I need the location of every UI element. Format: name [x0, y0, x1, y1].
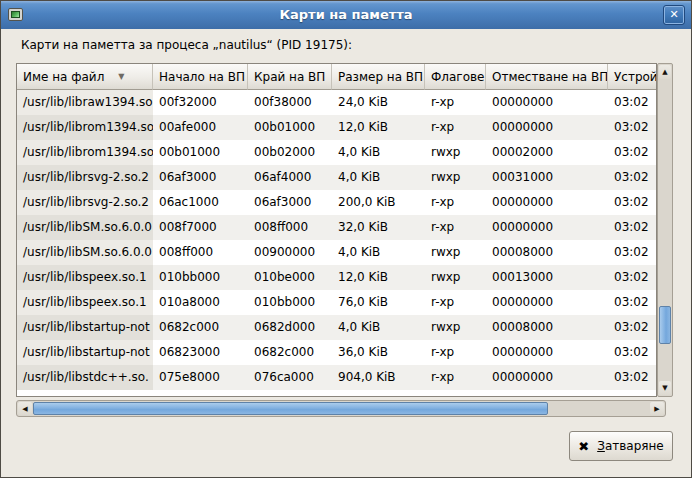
table-row[interactable]: /usr/lib/librom1394.so00b0100000b020004,…	[17, 140, 657, 165]
dialog-content: Карти на паметта за процеса „nautilus“ (…	[1, 29, 691, 477]
scroll-right-icon[interactable]: ▶	[650, 402, 664, 415]
cell-end: 00900000	[248, 240, 332, 265]
process-caption: Карти на паметта за процеса „nautilus“ (…	[21, 38, 352, 52]
cell-start: 00f32000	[153, 90, 248, 115]
column-header-start[interactable]: Начало на ВП	[153, 64, 248, 90]
cell-flags: rwxp	[425, 265, 486, 290]
cell-device: 03:02	[608, 90, 657, 115]
cell-file: /usr/lib/libstartup-not	[17, 340, 153, 365]
cell-device: 03:02	[608, 265, 657, 290]
table-row[interactable]: /usr/lib/librsvg-2.so.206af300006af40004…	[17, 165, 657, 190]
cell-end: 076ca000	[248, 365, 332, 390]
table-header-row: Име на файл▼Начало на ВПКрай на ВПРазмер…	[17, 64, 657, 90]
column-header-file[interactable]: Име на файл▼	[17, 64, 153, 90]
cell-device: 03:02	[608, 190, 657, 215]
cell-offset: 00031000	[486, 165, 608, 190]
cell-file: /usr/lib/librsvg-2.so.2	[17, 190, 153, 215]
table-row[interactable]: /usr/lib/libSM.so.6.0.0008f7000008ff0003…	[17, 215, 657, 240]
table-row[interactable]: /usr/lib/librsvg-2.so.206ac100006af30002…	[17, 190, 657, 215]
cell-flags: r-xp	[425, 340, 486, 365]
cell-flags: rwxp	[425, 315, 486, 340]
cell-start: 0682c000	[153, 315, 248, 340]
cell-device: 03:02	[608, 315, 657, 340]
cell-flags: rwxp	[425, 140, 486, 165]
cell-offset: 00000000	[486, 365, 608, 390]
cell-start: 010bb000	[153, 265, 248, 290]
cell-end: 010bb000	[248, 290, 332, 315]
close-button[interactable]: ✖ Затваряне	[569, 431, 673, 461]
table-row[interactable]: /usr/lib/libstartup-not068230000682c0003…	[17, 340, 657, 365]
cell-device: 03:02	[608, 365, 657, 390]
titlebar-close-button[interactable]: ✕	[663, 5, 685, 25]
column-header-end[interactable]: Край на ВП	[248, 64, 332, 90]
scroll-left-icon[interactable]: ◀	[18, 402, 32, 415]
cell-offset: 00013000	[486, 265, 608, 290]
column-header-flags[interactable]: Флагове	[425, 64, 486, 90]
cell-file: /usr/lib/libSM.so.6.0.0	[17, 215, 153, 240]
cell-size: 4,0 KiB	[332, 240, 425, 265]
cell-start: 075e8000	[153, 365, 248, 390]
cell-flags: r-xp	[425, 215, 486, 240]
cell-offset: 00000000	[486, 190, 608, 215]
cell-offset: 00000000	[486, 90, 608, 115]
cell-size: 12,0 KiB	[332, 265, 425, 290]
memory-maps-window: Карти на паметта ✕ Карти на паметта за п…	[0, 0, 692, 478]
cell-start: 00afe000	[153, 115, 248, 140]
cell-start: 06ac1000	[153, 190, 248, 215]
cell-flags: r-xp	[425, 290, 486, 315]
cell-offset: 00000000	[486, 115, 608, 140]
table-row[interactable]: /usr/lib/libspeex.so.1010a8000010bb00076…	[17, 290, 657, 315]
cell-size: 76,0 KiB	[332, 290, 425, 315]
table-row[interactable]: /usr/lib/libstartup-not0682c0000682d0004…	[17, 315, 657, 340]
horizontal-scrollbar[interactable]: ◀ ▶	[16, 400, 666, 417]
horizontal-scrollbar-thumb[interactable]	[33, 402, 548, 415]
cell-file: /usr/lib/libSM.so.6.0.0	[17, 240, 153, 265]
cell-offset: 00008000	[486, 240, 608, 265]
cell-start: 00b01000	[153, 140, 248, 165]
window-title: Карти на паметта	[1, 1, 691, 29]
cell-end: 0682d000	[248, 315, 332, 340]
table-row[interactable]: /usr/lib/librom1394.so00afe00000b0100012…	[17, 115, 657, 140]
table-row[interactable]: /usr/lib/libspeex.so.1010bb000010be00012…	[17, 265, 657, 290]
vertical-scrollbar-thumb[interactable]	[659, 306, 671, 344]
cell-end: 06af3000	[248, 190, 332, 215]
cell-offset: 00000000	[486, 340, 608, 365]
cell-start: 06af3000	[153, 165, 248, 190]
close-icon: ✕	[669, 8, 678, 21]
cell-device: 03:02	[608, 140, 657, 165]
scroll-down-icon[interactable]: ▼	[659, 381, 671, 395]
table-row[interactable]: /usr/lib/libstdc++.so.075e8000076ca00090…	[17, 365, 657, 390]
cell-size: 24,0 KiB	[332, 90, 425, 115]
cell-file: /usr/lib/librom1394.so	[17, 115, 153, 140]
cell-offset: 00002000	[486, 140, 608, 165]
cell-file: /usr/lib/libraw1394.so	[17, 90, 153, 115]
vertical-scrollbar[interactable]: ▲ ▼	[657, 63, 673, 397]
cell-size: 4,0 KiB	[332, 140, 425, 165]
cell-end: 00f38000	[248, 90, 332, 115]
close-button-icon: ✖	[578, 439, 589, 454]
cell-end: 010be000	[248, 265, 332, 290]
table-row[interactable]: /usr/lib/libraw1394.so00f3200000f3800024…	[17, 90, 657, 115]
scroll-up-icon[interactable]: ▲	[659, 65, 671, 79]
sort-descending-icon: ▼	[118, 72, 124, 81]
cell-size: 32,0 KiB	[332, 215, 425, 240]
table-row[interactable]: /usr/lib/libSM.so.6.0.0008ff000009000004…	[17, 240, 657, 265]
cell-file: /usr/lib/libspeex.so.1	[17, 290, 153, 315]
cell-file: /usr/lib/librom1394.so	[17, 140, 153, 165]
cell-device: 03:02	[608, 340, 657, 365]
titlebar[interactable]: Карти на паметта ✕	[1, 1, 691, 30]
cell-start: 010a8000	[153, 290, 248, 315]
cell-device: 03:02	[608, 215, 657, 240]
cell-size: 36,0 KiB	[332, 340, 425, 365]
column-header-device[interactable]: Устройство	[608, 64, 657, 90]
column-header-size[interactable]: Размер на ВП	[332, 64, 425, 90]
cell-device: 03:02	[608, 290, 657, 315]
cell-start: 008f7000	[153, 215, 248, 240]
cell-end: 06af4000	[248, 165, 332, 190]
cell-device: 03:02	[608, 115, 657, 140]
cell-size: 904,0 KiB	[332, 365, 425, 390]
cell-start: 008ff000	[153, 240, 248, 265]
cell-size: 4,0 KiB	[332, 165, 425, 190]
column-header-offset[interactable]: Отместване на ВП	[486, 64, 608, 90]
memory-map-table: Име на файл▼Начало на ВПКрай на ВПРазмер…	[16, 63, 657, 397]
